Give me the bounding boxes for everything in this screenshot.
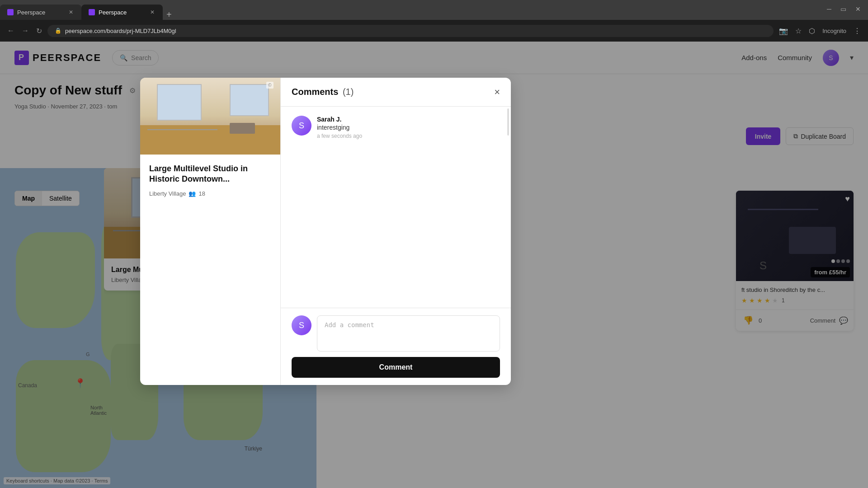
extensions-icon[interactable]: ⬡ [807, 25, 817, 37]
maximize-button[interactable]: ▭ [837, 4, 850, 14]
window-controls: ─ ▭ ✕ [820, 0, 868, 18]
modal-people-icon: 👥 [189, 190, 196, 197]
modal-left-panel: © Large Multilevel Studio in Historic Do… [140, 78, 280, 385]
address-bar-row: ← → ↻ 🔒 peerspace.com/boards/prj-MLD7JLb… [0, 20, 868, 42]
tab-1-favicon [7, 9, 14, 15]
modal-listing-image: © [140, 78, 280, 155]
modal-capacity: 18 [198, 190, 205, 197]
tab-1[interactable]: Peerspace ✕ [0, 5, 81, 20]
camera-icon[interactable]: 📷 [777, 25, 790, 37]
modal-listing-meta: Liberty Village 👥 18 [149, 190, 271, 197]
forward-button[interactable]: → [20, 25, 31, 37]
comment-avatar: S [292, 116, 311, 136]
url-text: peerspace.com/boards/prj-MLD7JLb4M0gl [65, 28, 176, 34]
comments-title: Comments (1) [292, 87, 354, 97]
comment-input-row: S [292, 315, 500, 352]
comment-item: S Sarah J. interestging a few seconds ag… [292, 116, 500, 139]
comments-input-area: S Comment [281, 308, 511, 385]
tab-2[interactable]: Peerspace ✕ [81, 5, 163, 20]
incognito-label: Incognito [821, 26, 848, 36]
modal-overlay: © Large Multilevel Studio in Historic Do… [0, 42, 868, 488]
comment-submit-button[interactable]: Comment [292, 357, 500, 378]
user-avatar-image: S [292, 315, 311, 335]
comments-header: Comments (1) × [281, 78, 511, 107]
tab-2-favicon [89, 9, 95, 15]
comment-text: interestging [317, 124, 500, 131]
comments-modal: © Large Multilevel Studio in Historic Do… [140, 78, 511, 385]
tab-1-title: Peerspace [17, 9, 64, 16]
modal-listing-title: Large Multilevel Studio in Historic Down… [149, 164, 271, 185]
menu-icon[interactable]: ⋮ [852, 25, 863, 37]
scroll-indicator [507, 108, 509, 136]
comment-body: Sarah J. interestging a few seconds ago [317, 116, 500, 139]
lock-icon: 🔒 [55, 28, 61, 34]
close-window-button[interactable]: ✕ [852, 4, 864, 14]
tab-2-close[interactable]: ✕ [149, 8, 156, 16]
tab-bar: Peerspace ✕ Peerspace ✕ + ─ ▭ ✕ [0, 0, 868, 20]
user-avatar: S [292, 315, 311, 335]
comment-time: a few seconds ago [317, 133, 500, 139]
back-button[interactable]: ← [5, 25, 16, 37]
modal-left-body: Large Multilevel Studio in Historic Down… [140, 155, 280, 206]
comments-count: (1) [343, 87, 354, 97]
comments-list: S Sarah J. interestging a few seconds ag… [281, 107, 511, 308]
tab-2-title: Peerspace [99, 9, 146, 16]
tab-1-close[interactable]: ✕ [68, 8, 74, 16]
modal-right-panel: Comments (1) × S Sarah J. [280, 78, 511, 385]
comment-author: Sarah J. [317, 116, 500, 123]
comment-input-field[interactable] [317, 315, 500, 352]
star-icon[interactable]: ☆ [793, 25, 803, 37]
browser-actions: 📷 ☆ ⬡ Incognito ⋮ [777, 25, 863, 37]
avatar-image: S [292, 116, 311, 136]
minimize-button[interactable]: ─ [823, 4, 835, 14]
reload-button[interactable]: ↻ [34, 25, 44, 37]
close-modal-button[interactable]: × [494, 87, 500, 97]
new-tab-button[interactable]: + [163, 9, 175, 20]
address-bar[interactable]: 🔒 peerspace.com/boards/prj-MLD7JLb4M0gl [47, 25, 774, 37]
modal-location: Liberty Village [149, 190, 186, 197]
page: P PEERSPACE 🔍 Search Add-ons Community S… [0, 42, 868, 488]
